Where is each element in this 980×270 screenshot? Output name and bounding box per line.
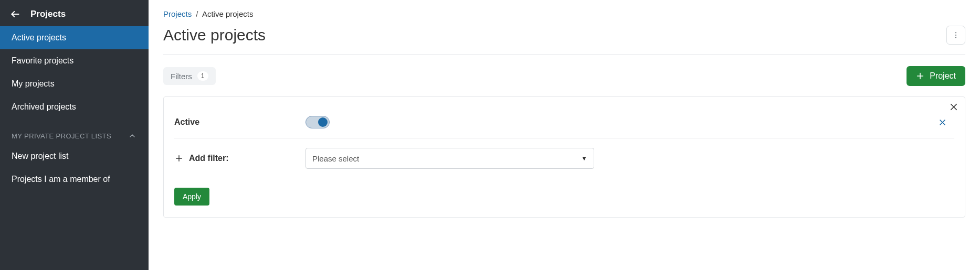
plus-icon [916,72,924,80]
sidebar-item-my-projects[interactable]: My projects [0,72,149,95]
breadcrumb-separator: / [194,9,200,18]
plus-icon [174,154,184,163]
sidebar-item-archived-projects[interactable]: Archived projects [0,95,149,118]
sidebar-item-new-project-list[interactable]: New project list [0,145,149,168]
sidebar-header: Projects [0,0,149,26]
page-title: Active projects [163,26,266,44]
remove-filter-active-button[interactable] [939,118,954,126]
back-arrow-icon[interactable] [9,8,21,20]
svg-point-2 [955,35,956,36]
sidebar-item-label: Archived projects [12,102,76,111]
chevron-down-icon: ▼ [581,155,587,162]
close-filter-panel-button[interactable] [949,102,958,112]
add-filter-label: Add filter: [189,154,229,163]
filter-control-add: Please select ▼ [305,148,928,169]
filter-select-placeholder: Please select [312,154,359,163]
apply-filters-button[interactable]: Apply [174,188,209,206]
filter-row-active: Active [174,106,954,138]
filter-control-active [305,116,928,128]
sidebar-item-label: Active projects [12,33,66,42]
filters-count-badge: 1 [197,71,208,81]
sidebar-item-label: Projects I am a member of [12,175,110,183]
filters-chip-label: Filters [171,72,192,81]
filter-label-active: Active [174,117,295,127]
title-row: Active projects [163,26,965,55]
sidebar: Projects Active projects Favorite projec… [0,0,149,270]
breadcrumb-root[interactable]: Projects [163,9,192,18]
sidebar-section-private-lists[interactable]: MY PRIVATE PROJECT LISTS [0,118,149,145]
filters-chip[interactable]: Filters 1 [163,67,216,85]
filter-label-add: Add filter: [174,154,295,163]
filter-row-add: Add filter: Please select ▼ [174,138,954,178]
toggle-knob [318,117,328,127]
filter-panel: Active Add filter: [163,96,965,218]
breadcrumb: Projects / Active projects [163,9,965,18]
breadcrumb-current: Active projects [202,9,254,18]
chevron-up-icon [128,131,137,141]
sidebar-item-label: My projects [12,79,55,88]
sidebar-item-favorite-projects[interactable]: Favorite projects [0,49,149,72]
create-project-label: Project [930,71,956,81]
sidebar-item-label: New project list [12,152,68,160]
svg-point-3 [955,37,956,38]
sidebar-section-label: MY PRIVATE PROJECT LISTS [12,132,111,140]
toolbar: Filters 1 Project [163,66,965,86]
sidebar-item-label: Favorite projects [12,56,73,65]
sidebar-item-active-projects[interactable]: Active projects [0,26,149,49]
active-toggle[interactable] [305,116,330,128]
filter-select[interactable]: Please select ▼ [305,148,594,169]
kebab-icon [952,31,960,39]
sidebar-item-projects-member-of[interactable]: Projects I am a member of [0,168,149,191]
create-project-button[interactable]: Project [907,66,965,86]
sidebar-title: Projects [30,9,66,19]
main: Projects / Active projects Active projec… [149,0,980,270]
svg-point-1 [955,32,956,33]
more-actions-button[interactable] [946,26,965,45]
